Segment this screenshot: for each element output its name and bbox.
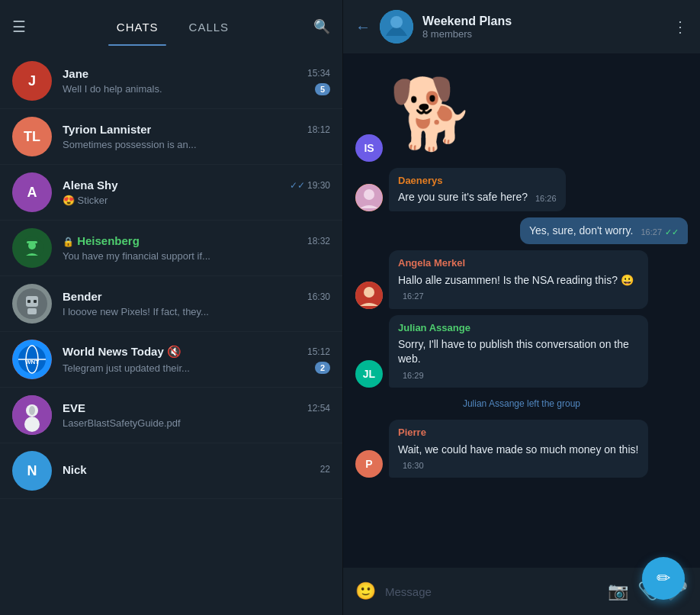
chat-name: 🔒 Heisenberg (63, 234, 140, 247)
chat-name: Jane (63, 67, 88, 80)
message-time: 16:27 (403, 291, 424, 302)
avatar: IS (355, 134, 383, 162)
outgoing-message: Yes, sure, don't worry. 16:27 ✓✓ (520, 217, 688, 245)
chat-name: World News Today 🔇 (63, 345, 181, 359)
svg-text:WNT: WNT (25, 359, 39, 365)
list-item[interactable]: EVE 12:54 LaserBlastSafetyGuide.pdf (0, 388, 342, 443)
message-time: 16:27 (641, 227, 662, 238)
group-members: 8 members (422, 28, 673, 40)
sender-name: Angela Merkel (398, 256, 639, 270)
avatar (12, 395, 52, 435)
list-item[interactable]: 🔒 Heisenberg 18:32 You have my financial… (0, 221, 342, 276)
chat-list-panel: ☰ CHATS CALLS 🔍 J Jane 15:34 Well I do h… (0, 0, 343, 615)
chat-time: 18:32 (307, 236, 330, 246)
avatar (12, 228, 52, 268)
svg-rect-6 (34, 300, 37, 303)
angela-avatar-icon (355, 282, 383, 309)
svg-rect-5 (27, 300, 31, 303)
sender-name: Julian Assange (398, 321, 639, 335)
daenerys-avatar-icon (355, 184, 383, 211)
svg-point-22 (364, 287, 374, 298)
chat-time: 15:12 (307, 346, 330, 357)
unread-badge: 5 (315, 83, 330, 95)
double-check-icon: ✓✓ (665, 227, 679, 238)
svg-point-16 (24, 417, 40, 432)
table-row: IS 🐕 (355, 66, 688, 162)
avatar: JL (355, 360, 383, 388)
lock-icon: 🔒 (63, 237, 74, 247)
avatar (12, 284, 52, 324)
chat-name: EVE (63, 401, 85, 414)
menu-icon[interactable]: ☰ (12, 18, 26, 36)
svg-rect-2 (27, 241, 37, 243)
message-input[interactable] (385, 585, 599, 598)
sticker-message: 🐕 (389, 66, 474, 162)
eve-avatar-icon (12, 395, 52, 435)
svg-rect-7 (27, 308, 37, 314)
messages-area: IS 🐕 Daenerys Are you sure it's safe her… (343, 53, 700, 568)
chat-preview: Well I do help animals. (63, 83, 162, 95)
double-check-icon: ✓✓ (290, 180, 305, 191)
chat-time: ✓✓ 19:30 (290, 180, 330, 191)
list-item[interactable]: N Nick 22 (0, 443, 342, 499)
tab-chats[interactable]: CHATS (101, 14, 174, 40)
chat-list: J Jane 15:34 Well I do help animals. 5 T… (0, 53, 342, 615)
chat-window: ← Weekend Plans 8 members ⋮ IS 🐕 (343, 0, 700, 615)
chat-time: 15:34 (307, 68, 330, 79)
group-name: Weekend Plans (422, 14, 673, 28)
avatar: P (355, 450, 383, 478)
avatar: J (12, 61, 52, 101)
more-options-icon[interactable]: ⋮ (673, 18, 688, 36)
tab-calls[interactable]: CALLS (174, 14, 245, 40)
avatar: WNT (12, 340, 52, 379)
chat-preview: Sometimes possession is an... (63, 139, 330, 150)
incoming-message: Daenerys Are you sure it's safe here? 16… (389, 168, 566, 211)
avatar: A (12, 172, 52, 212)
chat-preview: 😍 Sticker (63, 195, 330, 206)
list-item[interactable]: J Jane 15:34 Well I do help animals. 5 (0, 53, 342, 109)
avatar: TL (12, 117, 52, 156)
back-button[interactable]: ← (355, 18, 371, 36)
compose-fab-button[interactable]: ✏ (642, 557, 685, 600)
table-row: P Pierre Wait, we could have made so muc… (355, 420, 688, 478)
chat-time: 22 (320, 464, 330, 475)
group-avatar-icon (380, 10, 413, 43)
camera-icon[interactable]: 📷 (608, 581, 628, 601)
list-item[interactable]: A Alena Shy ✓✓ 19:30 😍 Sticker (0, 165, 342, 221)
avatar (355, 184, 383, 211)
table-row: JL Julian Assange Sorry, I'll have to pu… (355, 315, 688, 388)
list-item[interactable]: Bender 16:30 I looove new Pixels! If fac… (0, 276, 342, 332)
tabs: CHATS CALLS (32, 14, 313, 40)
chat-name: Nick (63, 463, 87, 476)
incoming-message: Angela Merkel Hallo alle zusammen! Is th… (389, 250, 648, 308)
chat-time: 16:30 (307, 291, 330, 302)
chat-preview: LaserBlastSafetyGuide.pdf (63, 417, 330, 429)
avatar: N (12, 451, 52, 491)
sender-name: Daenerys (398, 174, 557, 188)
emoji-icon[interactable]: 🙂 (355, 581, 376, 601)
chat-time: 12:54 (307, 403, 330, 414)
list-item[interactable]: TL Tyrion Lannister 18:12 Sometimes poss… (0, 109, 342, 165)
chat-time: 18:12 (307, 124, 330, 135)
wnt-avatar-icon: WNT (12, 340, 52, 379)
incoming-message: Julian Assange Sorry, I'll have to publi… (389, 315, 648, 388)
chat-name: Bender (63, 290, 102, 303)
svg-point-18 (390, 16, 403, 28)
heisenberg-avatar-icon (20, 236, 44, 260)
group-avatar (380, 10, 413, 43)
incoming-message: Pierre Wait, we could have made so much … (389, 420, 648, 478)
left-header: ☰ CHATS CALLS 🔍 (0, 0, 342, 53)
chat-name: Tyrion Lannister (63, 123, 151, 136)
sender-name: Pierre (398, 426, 639, 440)
unread-badge: 2 (315, 362, 330, 374)
svg-point-15 (29, 406, 35, 415)
chat-name: Alena Shy (63, 179, 118, 192)
chat-preview: You have my financial support if... (63, 250, 330, 262)
system-message: Julian Assange left the group (355, 394, 688, 414)
table-row: Angela Merkel Hallo alle zusammen! Is th… (355, 250, 688, 308)
message-time: 16:26 (535, 193, 557, 204)
search-icon[interactable]: 🔍 (313, 18, 330, 35)
table-row: Daenerys Are you sure it's safe here? 16… (355, 168, 688, 211)
svg-point-20 (364, 189, 374, 200)
list-item[interactable]: WNT World News Today 🔇 15:12 Telegram ju… (0, 332, 342, 388)
